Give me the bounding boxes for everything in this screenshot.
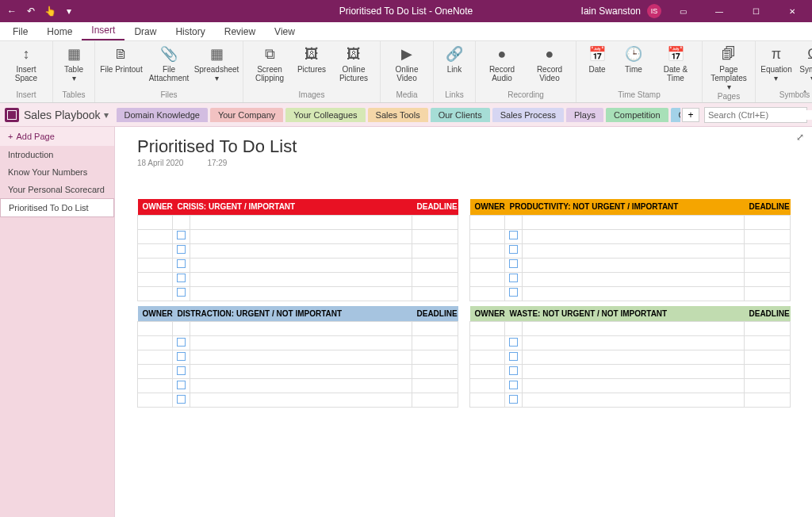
ribbon-equation[interactable]: πEquation▾	[759, 43, 794, 84]
table-row[interactable]	[138, 229, 458, 243]
table-row[interactable]	[138, 258, 458, 272]
ribbon-symbol[interactable]: ΩSymbol▾	[795, 43, 812, 84]
page-item-introduction[interactable]: Introduction	[0, 146, 114, 163]
notebook-name[interactable]: Sales Playbook	[24, 109, 101, 121]
table-row[interactable]	[470, 286, 791, 301]
quadrant-table-3[interactable]: OWNERWASTE: NOT URGENT / NOT IMPORTANTDE…	[469, 306, 791, 408]
fullscreen-button[interactable]: ⤢	[796, 132, 804, 143]
section-tab-competition[interactable]: Competition	[606, 108, 668, 122]
page-item-prioritised-to-do-list[interactable]: Prioritised To Do List	[0, 198, 114, 217]
section-tab-our-clients[interactable]: Our Clients	[431, 108, 490, 122]
menu-tab-home[interactable]: Home	[37, 23, 82, 40]
table-row[interactable]	[138, 379, 458, 393]
table-row[interactable]	[470, 243, 791, 258]
notebook-dropdown[interactable]: ▾	[104, 109, 109, 121]
checkbox-icon[interactable]	[509, 381, 518, 389]
checkbox-icon[interactable]	[177, 395, 186, 404]
checkbox-icon[interactable]	[177, 352, 186, 361]
menu-tab-file[interactable]: File	[3, 23, 37, 40]
checkbox-icon[interactable]	[177, 259, 186, 268]
table-row[interactable]	[470, 336, 791, 350]
touch-mode-button[interactable]: 👆	[43, 4, 57, 18]
add-section-button[interactable]: +	[682, 108, 699, 122]
table-row[interactable]	[470, 350, 791, 365]
nav-back-button[interactable]: ←	[5, 4, 19, 18]
ribbon-file-printout[interactable]: 🗎File Printout	[98, 43, 144, 75]
section-tab-your-colleagues[interactable]: Your Colleagues	[285, 108, 365, 122]
ribbon-date-time[interactable]: 📅Date & Time	[653, 43, 699, 84]
add-page-button[interactable]: + Add Page	[0, 127, 114, 146]
table-row[interactable]	[470, 393, 791, 408]
table-row[interactable]	[470, 379, 791, 393]
table-row[interactable]	[138, 272, 458, 286]
checkbox-icon[interactable]	[509, 245, 518, 254]
menu-tab-draw[interactable]: Draw	[124, 23, 166, 40]
undo-button[interactable]: ↶	[24, 4, 38, 18]
section-tab-domain-knowledge[interactable]: Domain Knowledge	[117, 108, 208, 122]
section-tab-content[interactable]: Content	[671, 108, 680, 122]
page-title[interactable]: Prioritised To Do List	[137, 136, 796, 157]
ribbon-spreadsheet[interactable]: ▦Spreadsheet▾	[193, 43, 239, 84]
table-row[interactable]	[138, 350, 458, 365]
checkbox-icon[interactable]	[509, 338, 518, 347]
checkbox-icon[interactable]	[177, 245, 186, 254]
table-row[interactable]	[470, 272, 791, 286]
table-row[interactable]	[470, 365, 791, 379]
quadrant-table-1[interactable]: OWNERPRODUCTIVITY: NOT URGENT / IMPORTAN…	[469, 199, 791, 301]
page-item-know-your-numbers[interactable]: Know Your Numbers	[0, 163, 114, 181]
table-row[interactable]	[470, 258, 791, 272]
table-row[interactable]	[470, 229, 791, 243]
checkbox-icon[interactable]	[509, 288, 518, 297]
checkbox-icon[interactable]	[509, 352, 518, 361]
ribbon-file-attachment[interactable]: 📎File Attachment	[146, 43, 192, 84]
search-input[interactable]	[708, 110, 812, 120]
quadrant-table-0[interactable]: OWNERCRISIS: URGENT / IMPORTANTDEADLINE	[137, 199, 458, 301]
checkbox-icon[interactable]	[177, 231, 186, 239]
table-row[interactable]	[138, 243, 458, 258]
section-tab-sales-process[interactable]: Sales Process	[492, 108, 564, 122]
minimize-button[interactable]: —	[704, 0, 734, 22]
ribbon-table[interactable]: ▦Table▾	[56, 43, 91, 84]
checkbox-icon[interactable]	[177, 338, 186, 347]
maximize-button[interactable]: ☐	[741, 0, 771, 22]
menu-tab-view[interactable]: View	[265, 23, 304, 40]
quadrant-table-2[interactable]: OWNERDISTRACTION: URGENT / NOT IMPORTANT…	[137, 306, 458, 408]
checkbox-icon[interactable]	[509, 274, 518, 282]
ribbon-screen-clipping[interactable]: ⧉Screen Clipping	[247, 43, 293, 84]
checkbox-icon[interactable]	[177, 274, 186, 282]
user-avatar[interactable]: IS	[647, 4, 661, 18]
ribbon-collapse-button[interactable]: ˄	[802, 90, 807, 101]
checkbox-icon[interactable]	[509, 395, 518, 404]
checkbox-icon[interactable]	[177, 381, 186, 389]
page-content[interactable]: ⤢ Prioritised To Do List 18 April 2020 1…	[115, 127, 812, 517]
ribbon-pictures[interactable]: 🖼Pictures	[294, 43, 329, 75]
qat-customize-button[interactable]: ▾	[62, 4, 76, 18]
table-row[interactable]	[138, 365, 458, 379]
checkbox-icon[interactable]	[177, 366, 186, 375]
ribbon-record-audio[interactable]: ●Record Audio	[479, 43, 525, 84]
ribbon-insert-space[interactable]: ↕Insert Space	[3, 43, 49, 84]
ribbon-page-templates[interactable]: 🗐Page Templates▾	[706, 43, 752, 93]
table-row[interactable]	[138, 393, 458, 408]
search-box[interactable]: 🔍	[704, 107, 807, 123]
ribbon-time[interactable]: 🕒Time	[616, 43, 651, 75]
checkbox-icon[interactable]	[509, 231, 518, 239]
section-tab-sales-tools[interactable]: Sales Tools	[368, 108, 428, 122]
section-tab-plays[interactable]: Plays	[566, 108, 603, 122]
ribbon-online-pictures[interactable]: 🖼Online Pictures	[331, 43, 377, 84]
page-item-your-personal-scorecard[interactable]: Your Personal Scorecard	[0, 181, 114, 198]
section-tab-your-company[interactable]: Your Company	[210, 108, 283, 122]
table-row[interactable]	[138, 286, 458, 301]
checkbox-icon[interactable]	[177, 288, 186, 297]
table-row[interactable]	[138, 336, 458, 350]
ribbon-display-button[interactable]: ▭	[668, 0, 698, 22]
menu-tab-review[interactable]: Review	[215, 23, 265, 40]
ribbon-date[interactable]: 📅Date	[580, 43, 615, 75]
checkbox-icon[interactable]	[509, 366, 518, 375]
ribbon-record-video[interactable]: ●Record Video	[527, 43, 573, 84]
close-button[interactable]: ✕	[777, 0, 807, 22]
ribbon-link[interactable]: 🔗Link	[437, 43, 472, 75]
menu-tab-insert[interactable]: Insert	[82, 21, 124, 40]
checkbox-icon[interactable]	[509, 259, 518, 268]
menu-tab-history[interactable]: History	[166, 23, 214, 40]
